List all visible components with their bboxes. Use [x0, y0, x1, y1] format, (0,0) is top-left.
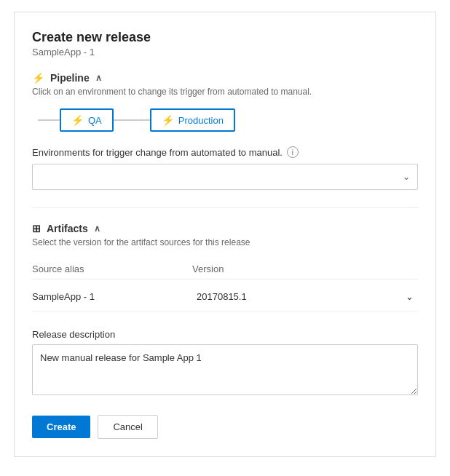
pipeline-label: Pipeline — [50, 72, 90, 84]
stage-qa-icon: ⚡ — [71, 114, 84, 126]
col-version-header: Version — [192, 263, 418, 274]
pipeline-icon: ⚡ — [32, 72, 44, 84]
environments-label: Environments for trigger change from aut… — [32, 146, 418, 158]
col-source-header: Source alias — [32, 263, 192, 274]
pipeline-track: ⚡ QA ⚡ Production — [32, 108, 418, 132]
artifact-source-name: SampleApp - 1 — [32, 291, 192, 302]
release-description-input[interactable]: New manual release for Sample App 1 — [32, 344, 418, 395]
create-release-panel: Create new release SampleApp - 1 ⚡ Pipel… — [14, 12, 436, 457]
stage-production-icon: ⚡ — [162, 114, 174, 126]
pipeline-line-start — [38, 119, 60, 121]
release-description-label: Release description — [32, 329, 418, 340]
artifacts-header: ⊞ Artifacts ∧ — [32, 223, 418, 234]
artifacts-chevron-icon[interactable]: ∧ — [94, 223, 100, 234]
artifact-version-value: 20170815.1 — [197, 291, 247, 302]
artifacts-label: Artifacts — [47, 223, 88, 234]
cancel-button[interactable]: Cancel — [98, 415, 157, 439]
stage-qa-label: QA — [88, 115, 102, 126]
page-subtitle: SampleApp - 1 — [32, 47, 418, 57]
pipeline-section: ⚡ Pipeline ∧ Click on an environment to … — [32, 72, 418, 190]
button-row: Create Cancel — [32, 415, 418, 439]
artifact-row: SampleApp - 1 20170815.1 ⌄ — [32, 282, 418, 312]
environments-dropdown[interactable]: ⌄ — [32, 164, 418, 190]
artifacts-icon: ⊞ — [32, 223, 41, 234]
page-title: Create new release — [32, 30, 418, 45]
environments-info-icon: i — [287, 146, 299, 158]
artifacts-header-row: Source alias Version — [32, 259, 418, 279]
create-button[interactable]: Create — [32, 416, 90, 438]
stage-production-label: Production — [178, 115, 224, 126]
pipeline-description: Click on an environment to change its tr… — [32, 87, 418, 97]
artifacts-grid: Source alias Version SampleApp - 1 20170… — [32, 259, 418, 312]
pipeline-connector — [114, 119, 150, 121]
pipeline-header: ⚡ Pipeline ∧ — [32, 72, 418, 84]
artifact-version-dropdown[interactable]: 20170815.1 ⌄ — [192, 288, 418, 305]
artifact-version-chevron-icon: ⌄ — [406, 291, 414, 302]
artifacts-description: Select the version for the artifact sour… — [32, 237, 418, 247]
stage-qa[interactable]: ⚡ QA — [60, 108, 114, 132]
pipeline-chevron-icon[interactable]: ∧ — [95, 73, 102, 83]
stage-production[interactable]: ⚡ Production — [150, 108, 235, 132]
environments-chevron-icon: ⌄ — [403, 172, 410, 182]
section-divider — [32, 207, 418, 208]
environments-section: Environments for trigger change from aut… — [32, 146, 418, 190]
artifacts-section: ⊞ Artifacts ∧ Select the version for the… — [32, 223, 418, 312]
release-description-section: Release description New manual release f… — [32, 329, 418, 397]
